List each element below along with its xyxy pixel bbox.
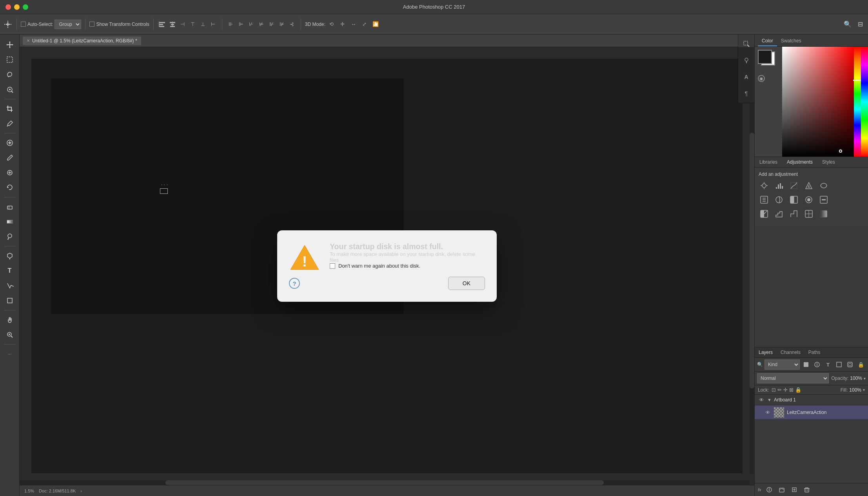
layers-smartobj-btn[interactable]	[845, 360, 855, 369]
gradient-map-icon[interactable]	[818, 208, 829, 219]
lock-transparent-icon[interactable]: ⊡	[772, 387, 776, 393]
levels-adjustment-icon[interactable]	[774, 180, 784, 191]
quick-select-tool-btn[interactable]	[3, 82, 17, 97]
align-bottom-btn[interactable]: ⊢	[209, 20, 218, 29]
spectrum-bar[interactable]	[861, 47, 868, 157]
layout-icon[interactable]: ⊟	[855, 20, 865, 29]
lock-artboard-icon[interactable]: ⊠	[789, 387, 794, 393]
dist-top-btn[interactable]: ⊭	[257, 20, 266, 29]
new-layer-btn[interactable]	[790, 485, 799, 494]
layers-tab[interactable]: Layers	[755, 347, 777, 357]
3d-roll-btn[interactable]: 🎦	[371, 20, 380, 29]
color-tab[interactable]: Color	[758, 36, 777, 46]
layers-adjust-btn[interactable]	[812, 360, 822, 369]
3d-orbit-btn[interactable]: ⟲	[327, 20, 336, 29]
clone-tool-btn[interactable]	[3, 166, 17, 180]
blend-mode-select[interactable]: Normal	[757, 373, 829, 383]
brightness-adjustment-icon[interactable]	[759, 180, 770, 191]
channel-mixer-icon[interactable]	[818, 194, 829, 205]
dist-right-btn[interactable]: ⊬	[247, 20, 256, 29]
artboard-layer-item[interactable]: 👁 ▼ Artboard 1	[755, 395, 868, 405]
marquee-tool-btn[interactable]	[3, 53, 17, 67]
dont-warn-checkbox[interactable]	[330, 263, 335, 269]
invert-adjustment-icon[interactable]	[759, 208, 770, 219]
minimize-button[interactable]	[14, 4, 20, 10]
layers-lock-btn[interactable]: 🔒	[856, 360, 866, 369]
artboard-eye-icon[interactable]: 👁	[758, 396, 765, 403]
3d-slide-btn[interactable]: ↔	[349, 20, 358, 29]
crop-tool-btn[interactable]	[3, 102, 17, 116]
swatches-tab[interactable]: Swatches	[777, 36, 805, 46]
dist-center-v-btn[interactable]: ⊮	[267, 20, 276, 29]
curves-adjustment-icon[interactable]	[788, 180, 799, 191]
bw-adjustment-icon[interactable]	[788, 194, 799, 205]
layers-kind-select[interactable]: Kind	[764, 359, 800, 370]
show-transform-checkbox[interactable]	[89, 22, 94, 27]
new-fill-adjustment-btn[interactable]	[764, 485, 774, 494]
more-tools-btn[interactable]: ···	[3, 347, 17, 361]
hue-bar[interactable]	[854, 47, 861, 157]
vibrance-adjustment-icon[interactable]	[818, 180, 829, 191]
layers-type-btn[interactable]: T	[823, 360, 833, 369]
brush-tool-btn[interactable]	[3, 151, 17, 165]
opacity-chevron[interactable]: ▾	[864, 376, 866, 381]
dist-center-h-btn[interactable]: ⊫	[236, 20, 246, 29]
align-center-h-btn[interactable]	[168, 20, 177, 29]
eyedropper-tool-btn[interactable]	[3, 117, 17, 131]
type-tool-btn[interactable]: T	[3, 264, 17, 278]
maximize-button[interactable]	[23, 4, 28, 10]
new-group-btn[interactable]	[777, 485, 786, 494]
lock-position-icon[interactable]: ✛	[783, 387, 788, 393]
align-center-v-btn[interactable]: ⊥	[198, 20, 208, 29]
dist-bottom-btn[interactable]: ⊯	[277, 20, 287, 29]
align-top-btn[interactable]: ⊤	[188, 20, 198, 29]
adjustments-tab[interactable]: Adjustments	[782, 157, 817, 167]
leitz-eye-icon[interactable]: 👁	[764, 409, 771, 416]
foreground-swatch[interactable]	[758, 50, 772, 64]
libraries-tab[interactable]: Libraries	[755, 157, 782, 167]
align-left-btn[interactable]	[158, 20, 167, 29]
channels-tab[interactable]: Channels	[777, 347, 804, 357]
lock-all-icon[interactable]: 🔒	[795, 387, 801, 393]
healing-tool-btn[interactable]	[3, 136, 17, 150]
move-tool-icon[interactable]	[3, 20, 13, 29]
hand-tool-btn[interactable]	[3, 313, 17, 327]
leitz-layer-item[interactable]: 👁 LeitzCameraAction	[755, 405, 868, 420]
zoom-tool-btn[interactable]	[3, 328, 17, 342]
artboard-arrow[interactable]: ▼	[767, 398, 772, 402]
shape-tool-btn[interactable]	[3, 294, 17, 308]
history-tool-btn[interactable]	[3, 181, 17, 195]
dist-all-btn[interactable]: ⊰	[287, 20, 297, 29]
help-button[interactable]: ?	[289, 278, 300, 289]
gradient-tool-btn[interactable]	[3, 215, 17, 229]
auto-select-dropdown[interactable]: Group	[54, 20, 81, 29]
lock-pixels-icon[interactable]: ✏	[777, 387, 782, 393]
pen-tool-btn[interactable]	[3, 249, 17, 263]
ok-button[interactable]: OK	[448, 277, 485, 290]
tab-close-icon[interactable]: ✕	[27, 38, 30, 43]
color-balance-icon[interactable]	[774, 194, 784, 205]
posterize-adjustment-icon[interactable]	[774, 208, 784, 219]
fill-chevron[interactable]: ▾	[863, 388, 865, 392]
auto-select-checkbox[interactable]	[21, 22, 26, 27]
hsl-adjustment-icon[interactable]	[759, 194, 770, 205]
document-tab[interactable]: ✕ Untitled-1 @ 1.5% (LeitzCameraAction, …	[23, 36, 141, 45]
opacity-value[interactable]: 100%	[850, 376, 862, 381]
layers-pixel-btn[interactable]	[801, 360, 811, 369]
eraser-tool-btn[interactable]	[3, 200, 17, 214]
delete-layer-btn[interactable]	[802, 485, 812, 494]
threshold-adjustment-icon[interactable]	[788, 208, 799, 219]
path-select-tool-btn[interactable]	[3, 279, 17, 293]
lasso-tool-btn[interactable]	[3, 67, 17, 82]
dodge-tool-btn[interactable]	[3, 230, 17, 244]
3d-scale-btn[interactable]: ⤢	[360, 20, 369, 29]
fill-value[interactable]: 100%	[849, 387, 861, 393]
layers-shape-btn[interactable]	[834, 360, 844, 369]
photo-filter-icon[interactable]	[803, 194, 814, 205]
move-tool-btn[interactable]	[3, 38, 17, 52]
color-picker-circle[interactable]: ◉	[758, 75, 765, 82]
exposure-adjustment-icon[interactable]	[803, 180, 814, 191]
close-button[interactable]	[5, 4, 11, 10]
styles-tab[interactable]: Styles	[817, 157, 840, 167]
3d-pan-btn[interactable]: ✛	[338, 20, 347, 29]
